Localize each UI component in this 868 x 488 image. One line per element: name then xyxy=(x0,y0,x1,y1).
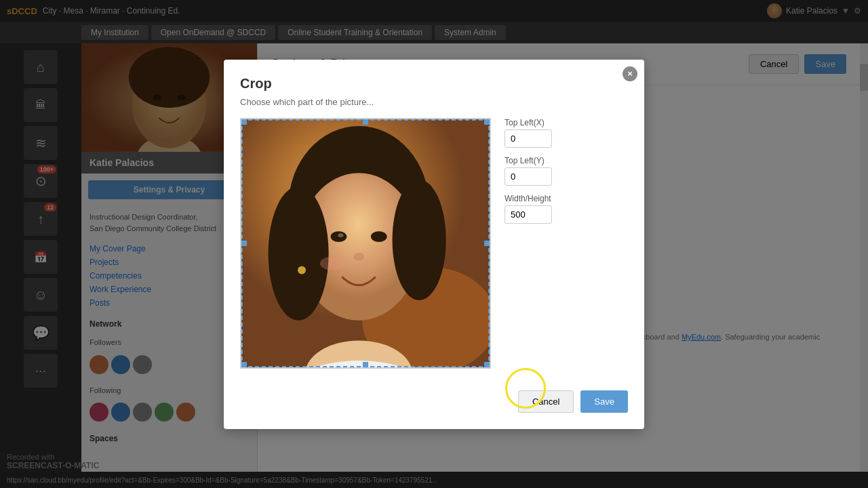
width-height-label: Width/Height xyxy=(505,194,628,203)
width-height-input[interactable] xyxy=(505,205,552,224)
svg-point-15 xyxy=(269,186,329,320)
top-left-y-input[interactable] xyxy=(505,167,552,186)
svg-point-17 xyxy=(331,231,347,242)
crop-handle-bottom-right[interactable] xyxy=(484,362,490,367)
modal-body: Top Left(X) Top Left(Y) Width/Height xyxy=(240,118,628,369)
crop-handle-right-middle[interactable] xyxy=(484,241,490,246)
crop-handle-bottom-left[interactable] xyxy=(241,362,247,367)
crop-handle-left-middle[interactable] xyxy=(241,241,247,246)
top-left-x-field: Top Left(X) xyxy=(505,118,628,148)
crop-handle-top-middle[interactable] xyxy=(363,119,368,125)
modal-overlay: × Crop Choose which part of the picture.… xyxy=(0,0,868,488)
modal-close-button[interactable]: × xyxy=(623,66,637,81)
modal-footer: Cancel Save xyxy=(240,380,628,413)
modal-save-button[interactable]: Save xyxy=(580,390,628,413)
modal-title: Crop xyxy=(240,76,628,92)
crop-handle-top-right[interactable] xyxy=(484,119,490,125)
top-left-y-field: Top Left(Y) xyxy=(505,156,628,186)
svg-point-20 xyxy=(353,252,364,260)
top-left-y-label: Top Left(Y) xyxy=(505,156,628,165)
width-height-field: Width/Height xyxy=(505,194,628,224)
crop-modal: × Crop Choose which part of the picture.… xyxy=(224,60,644,429)
crop-image-area[interactable] xyxy=(240,118,491,369)
crop-photo-svg xyxy=(241,119,490,367)
svg-point-21 xyxy=(320,256,344,270)
svg-point-18 xyxy=(371,231,387,242)
crop-handle-top-left[interactable] xyxy=(241,119,247,125)
modal-cancel-button[interactable]: Cancel xyxy=(518,390,574,413)
svg-point-19 xyxy=(338,233,343,237)
crop-controls: Top Left(X) Top Left(Y) Width/Height xyxy=(505,118,628,369)
crop-handle-bottom-middle[interactable] xyxy=(363,362,368,367)
svg-point-22 xyxy=(298,266,306,274)
modal-subtitle: Choose which part of the picture... xyxy=(240,97,628,107)
svg-point-16 xyxy=(393,180,446,300)
top-left-x-label: Top Left(X) xyxy=(505,118,628,127)
top-left-x-input[interactable] xyxy=(505,129,552,148)
